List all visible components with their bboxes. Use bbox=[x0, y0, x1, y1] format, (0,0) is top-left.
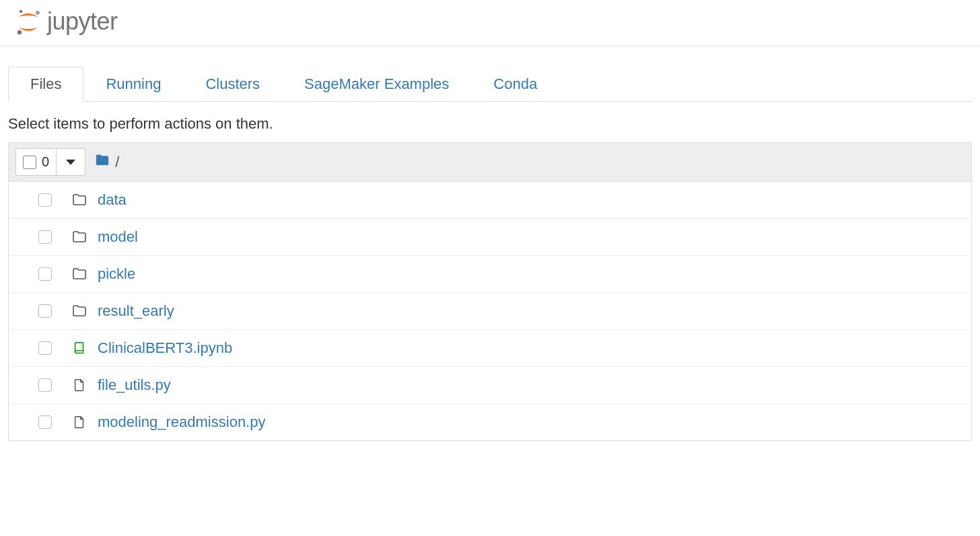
folder-icon bbox=[71, 303, 88, 319]
chevron-down-icon bbox=[66, 160, 75, 165]
folder-solid-icon bbox=[95, 153, 110, 172]
svg-point-0 bbox=[20, 10, 22, 13]
notebook-icon bbox=[71, 341, 88, 356]
jupyter-logo[interactable]: jupyter bbox=[13, 7, 118, 36]
folder-icon bbox=[71, 229, 88, 245]
tab-running[interactable]: Running bbox=[83, 67, 183, 102]
file-icon bbox=[71, 377, 88, 393]
file-icon bbox=[71, 414, 88, 430]
folder-icon bbox=[71, 266, 88, 282]
list-item[interactable]: ClinicalBERT3.ipynb bbox=[9, 330, 971, 367]
list-item[interactable]: data bbox=[9, 182, 971, 219]
svg-point-2 bbox=[18, 30, 22, 34]
svg-point-1 bbox=[36, 11, 40, 15]
row-checkbox[interactable] bbox=[38, 304, 52, 318]
breadcrumb[interactable]: / bbox=[95, 153, 119, 172]
file-panel: 0 / datamodelpickleresult_earlyClinicalB… bbox=[8, 142, 972, 441]
item-name[interactable]: model bbox=[98, 228, 138, 246]
file-list: datamodelpickleresult_earlyClinicalBERT3… bbox=[9, 182, 971, 440]
row-checkbox[interactable] bbox=[38, 378, 52, 392]
tabs-container: FilesRunningClustersSageMaker ExamplesCo… bbox=[0, 46, 980, 102]
tab-files[interactable]: Files bbox=[8, 67, 83, 102]
item-name[interactable]: data bbox=[98, 191, 127, 209]
row-checkbox[interactable] bbox=[38, 267, 52, 281]
selected-count: 0 bbox=[42, 154, 49, 170]
breadcrumb-path: / bbox=[115, 154, 119, 171]
select-all-checkbox[interactable] bbox=[23, 156, 36, 169]
select-all-group: 0 bbox=[15, 148, 85, 176]
list-item[interactable]: modeling_readmission.py bbox=[9, 404, 971, 440]
item-name[interactable]: ClinicalBERT3.ipynb bbox=[98, 339, 232, 357]
list-item[interactable]: file_utils.py bbox=[9, 367, 971, 404]
select-dropdown-button[interactable] bbox=[57, 149, 85, 175]
row-checkbox[interactable] bbox=[38, 230, 52, 244]
toolbar-hint: Select items to perform actions on them. bbox=[0, 102, 980, 142]
list-item[interactable]: model bbox=[9, 219, 971, 256]
select-all-button[interactable]: 0 bbox=[16, 149, 57, 175]
header: jupyter bbox=[0, 0, 980, 46]
list-item[interactable]: result_early bbox=[9, 293, 971, 330]
item-name[interactable]: pickle bbox=[98, 265, 135, 283]
tab-sagemaker-examples[interactable]: SageMaker Examples bbox=[282, 67, 471, 102]
panel-header: 0 / bbox=[9, 143, 971, 182]
row-checkbox[interactable] bbox=[38, 193, 52, 207]
row-checkbox[interactable] bbox=[38, 415, 52, 429]
tabs-list: FilesRunningClustersSageMaker ExamplesCo… bbox=[8, 67, 972, 102]
row-checkbox[interactable] bbox=[38, 341, 52, 355]
folder-icon bbox=[71, 192, 88, 208]
tab-clusters[interactable]: Clusters bbox=[183, 67, 282, 102]
logo-text: jupyter bbox=[47, 7, 118, 36]
list-item[interactable]: pickle bbox=[9, 256, 971, 293]
item-name[interactable]: modeling_readmission.py bbox=[98, 413, 265, 431]
tab-conda[interactable]: Conda bbox=[471, 67, 559, 102]
item-name[interactable]: file_utils.py bbox=[98, 376, 171, 394]
item-name[interactable]: result_early bbox=[98, 302, 174, 320]
